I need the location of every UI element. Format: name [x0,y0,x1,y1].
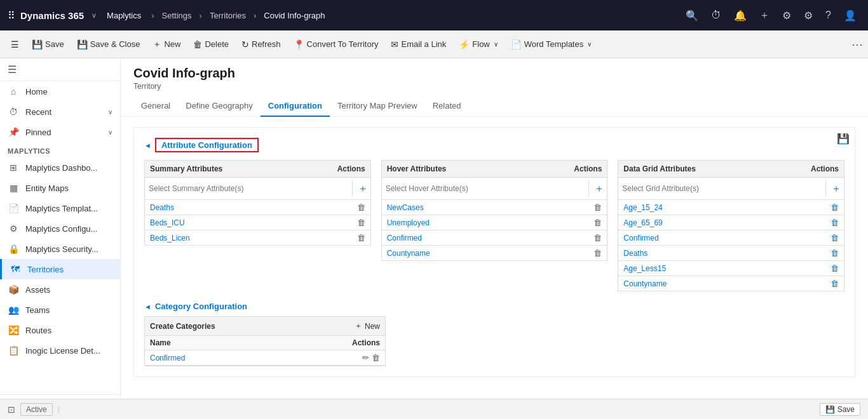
datagrid-row-age6569[interactable]: Age_65_69 🗑 [618,215,844,230]
summary-actions-label: Actions [337,164,365,173]
sidebar-item-teams[interactable]: 👥 Teams [0,300,120,320]
category-delete-icon[interactable]: 🗑 [372,353,380,362]
hover-select-input[interactable] [382,180,590,197]
datagrid-delete-age1524-icon[interactable]: 🗑 [831,203,839,212]
save-button[interactable]: 💾 Save [26,36,70,53]
hover-row-countyname[interactable]: Countyname 🗑 [381,245,608,261]
hover-delete-confirmed-icon[interactable]: 🗑 [593,233,602,243]
summary-delete-beds-licen-icon[interactable]: 🗑 [357,233,365,243]
hover-select-row: ＋ [381,177,608,199]
datagrid-row-age1524[interactable]: Age_15_24 🗑 [618,199,844,215]
hover-row-unemployed[interactable]: Unemployed 🗑 [381,215,608,230]
sidebar-item-home[interactable]: ⌂ Home [0,81,120,102]
breadcrumb-sep-3: › [254,11,256,20]
category-config-section: ◄ Category Configuration Create Categori… [144,302,844,366]
category-edit-icon[interactable]: ✏ [362,353,369,362]
category-new-button[interactable]: ＋ New [355,321,380,331]
sidebar-item-entity-maps[interactable]: ▦ Entity Maps [0,178,120,198]
sidebar-collapse-btn[interactable]: ☰ [0,58,120,81]
sidebar-item-recent-label: Recent [25,107,51,117]
summary-select-input[interactable] [145,180,353,197]
sidebar-item-assets[interactable]: 📦 Assets [0,279,120,300]
convert-territory-button[interactable]: 📍 Convert To Territory [288,36,384,53]
add-icon[interactable]: ＋ [759,9,770,22]
word-templates-button[interactable]: 📄 Word Templates ∨ [505,36,597,53]
summary-delete-beds-icu-icon[interactable]: 🗑 [357,218,365,227]
breadcrumb-current: Covid Info-graph [264,11,325,20]
datagrid-delete-countyname-icon[interactable]: 🗑 [831,279,839,288]
clock-icon[interactable]: ⏱ [711,10,721,21]
hover-row-confirmed-label: Confirmed [387,234,422,243]
tab-configuration[interactable]: Configuration [261,96,330,117]
sidebar-item-territories[interactable]: 🗺 Territories [0,259,120,279]
datagrid-delete-age6569-icon[interactable]: 🗑 [831,218,839,227]
filter-icon[interactable]: ⚙ [782,10,791,22]
sidebar-item-assets-label: Assets [25,285,50,295]
sidebar-item-dashboard[interactable]: ⊞ Maplytics Dashbo... [0,157,120,178]
category-arrow-icon: ◄ [144,303,151,310]
sidebar-item-territories-label: Territories [27,265,64,274]
datagrid-select-input[interactable] [618,180,826,197]
datagrid-delete-deaths-icon[interactable]: 🗑 [831,248,839,258]
datagrid-row-confirmed[interactable]: Confirmed 🗑 [618,230,844,245]
sidebar-item-inogic[interactable]: 📋 Inogic License Det... [0,340,120,361]
datagrid-add-button[interactable]: ＋ [829,181,844,196]
settings-icon[interactable]: ⚙ [804,10,813,22]
flow-button[interactable]: ⚡ Flow ∨ [453,36,503,53]
search-icon[interactable]: 🔍 [686,10,698,22]
sidebar-item-recent[interactable]: ⏱ Recent ∨ [0,102,120,122]
hover-delete-newcases-icon[interactable]: 🗑 [593,203,602,212]
breadcrumb-territories[interactable]: Territories [210,11,246,20]
convert-icon: 📍 [294,39,304,50]
app-name-label[interactable]: Maplytics [107,11,141,20]
summary-select-row: ＋ [144,177,371,199]
delete-button[interactable]: 🗑 Delete [187,36,234,53]
datagrid-row-ageless15[interactable]: Age_Less15 🗑 [618,260,844,276]
sidebar-item-config[interactable]: ⚙ Maplytics Configu... [0,218,120,239]
hover-add-button[interactable]: ＋ [592,181,607,196]
hover-delete-countyname-icon[interactable]: 🗑 [593,248,602,258]
tab-related[interactable]: Related [425,96,469,117]
hover-row-confirmed[interactable]: Confirmed 🗑 [381,230,608,245]
record-subtitle: Territory [133,82,855,91]
category-row-confirmed[interactable]: Confirmed ✏ 🗑 [145,350,385,366]
datagrid-row-countyname[interactable]: Countyname 🗑 [618,276,844,291]
bell-icon[interactable]: 🔔 [734,10,747,22]
tab-territory-map-preview[interactable]: Territory Map Preview [330,96,425,117]
assets-icon: 📦 [8,284,19,295]
help-icon[interactable]: ? [825,10,831,21]
summary-row-deaths[interactable]: Deaths 🗑 [144,199,371,215]
collapse-btn[interactable]: ☰ [5,36,25,53]
summary-row-beds-licen[interactable]: Beds_Licen 🗑 [144,230,371,246]
hover-row-countyname-label: Countyname [387,249,430,258]
tab-general[interactable]: General [133,96,178,117]
datagrid-delete-ageless15-icon[interactable]: 🗑 [831,263,839,273]
user-icon[interactable]: 👤 [844,10,857,22]
app-grid-icon[interactable]: ⠿ [8,10,15,22]
new-button[interactable]: ＋ New [147,36,186,53]
datagrid-row-deaths[interactable]: Deaths 🗑 [618,245,844,260]
section-arrow-icon: ◄ [144,142,151,149]
tab-define-geography[interactable]: Define Geography [178,96,261,117]
sidebar-item-routes[interactable]: 🔀 Routes [0,320,120,340]
card-save-icon[interactable]: 💾 [837,133,850,145]
email-link-button[interactable]: ✉ Email a Link [385,36,452,53]
category-config-header: ◄ Category Configuration [144,302,844,311]
summary-row-beds-icu[interactable]: Beds_ICU 🗑 [144,215,371,230]
breadcrumb-settings[interactable]: Settings [162,11,192,20]
hover-row-newcases[interactable]: NewCases 🗑 [381,199,608,215]
datagrid-delete-confirmed-icon[interactable]: 🗑 [831,233,839,243]
summary-delete-deaths-icon[interactable]: 🗑 [357,203,365,212]
toolbar-more-icon[interactable]: ⋯ [851,37,863,51]
hover-delete-unemployed-icon[interactable]: 🗑 [593,218,602,227]
sidebar-item-security[interactable]: 🔒 Maplytics Security... [0,239,120,259]
sidebar-item-pinned[interactable]: 📌 Pinned ∨ [0,122,120,142]
summary-add-button[interactable]: ＋ [355,181,370,196]
refresh-button[interactable]: ↻ Refresh [236,36,287,53]
category-col-name: Name [150,338,352,347]
sidebar-item-templates[interactable]: 📄 Maplytics Templat... [0,198,120,218]
bottom-save-button[interactable]: 💾 Save [820,403,860,416]
save-close-button[interactable]: 💾 Save & Close [71,36,146,53]
save-close-icon: 💾 [77,39,88,50]
bottom-expand-icon[interactable]: ⊡ [8,404,15,415]
